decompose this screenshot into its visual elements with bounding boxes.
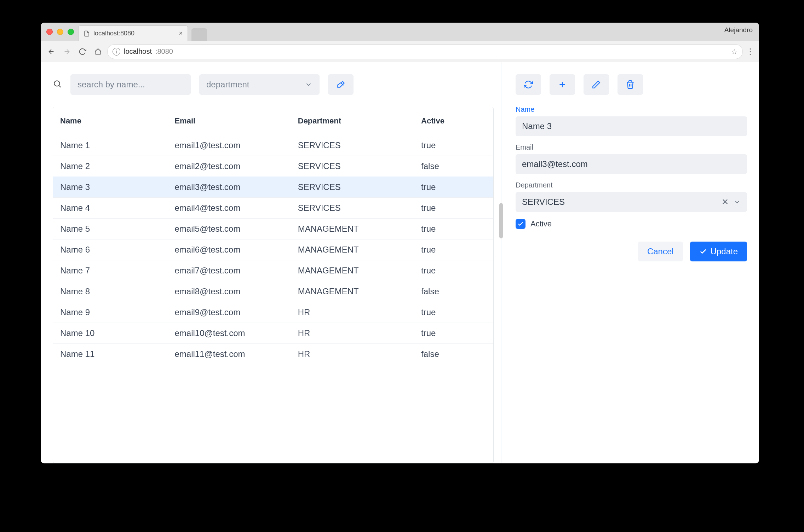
cell-email: email5@test.com	[167, 219, 291, 239]
cell-name: Name 4	[53, 198, 167, 219]
table-row[interactable]: Name 2email2@test.comSERVICESfalse	[53, 156, 493, 177]
email-label: Email	[516, 143, 747, 151]
table-row[interactable]: Name 11email11@test.comHRfalse	[53, 344, 493, 365]
col-name[interactable]: Name	[53, 107, 167, 135]
email-value: email3@test.com	[522, 159, 588, 169]
cell-active: true	[414, 260, 493, 281]
svg-point-2	[54, 81, 59, 86]
cell-department: MANAGEMENT	[291, 281, 414, 302]
department-label: Department	[516, 181, 747, 189]
scrollbar-thumb[interactable]	[499, 203, 503, 238]
cell-active: false	[414, 344, 493, 365]
form-buttons: Cancel Update	[516, 242, 747, 261]
close-window-button[interactable]	[46, 29, 53, 35]
edit-button[interactable]	[584, 74, 609, 95]
reload-icon	[79, 48, 86, 56]
table-row[interactable]: Name 4email4@test.comSERVICEStrue	[53, 198, 493, 219]
add-button[interactable]	[550, 74, 575, 95]
name-label: Name	[516, 105, 747, 114]
home-button[interactable]	[92, 45, 104, 58]
address-bar-row: i localhost:8080 ☆ ⋮	[41, 41, 759, 62]
department-filter[interactable]: department	[199, 74, 320, 95]
table-row[interactable]: Name 5email5@test.comMANAGEMENTtrue	[53, 219, 493, 239]
plus-icon	[558, 80, 567, 89]
cell-email: email3@test.com	[167, 177, 291, 198]
cell-active: true	[414, 219, 493, 239]
address-bar[interactable]: i localhost:8080 ☆	[107, 44, 743, 59]
url-port: :8080	[155, 47, 173, 56]
new-tab-button[interactable]	[191, 28, 207, 41]
email-field[interactable]: email3@test.com	[516, 154, 747, 174]
tab-title: localhost:8080	[93, 30, 134, 37]
col-department[interactable]: Department	[291, 107, 414, 135]
cell-name: Name 10	[53, 323, 167, 344]
arrow-right-icon	[63, 48, 71, 56]
home-icon	[94, 48, 102, 56]
clear-select-icon[interactable]: ✕	[722, 198, 729, 206]
cell-email: email11@test.com	[167, 344, 291, 365]
data-table: Name Email Department Active Name 1email…	[53, 107, 494, 463]
browser-tab[interactable]: localhost:8080 ×	[78, 25, 188, 41]
cell-department: SERVICES	[291, 198, 414, 219]
minimize-window-button[interactable]	[57, 29, 63, 35]
cell-department: SERVICES	[291, 177, 414, 198]
filter-toolbar: search by name... department	[53, 74, 494, 95]
cell-active: false	[414, 281, 493, 302]
check-icon	[699, 248, 707, 255]
department-value: SERVICES	[522, 197, 565, 207]
cell-active: true	[414, 302, 493, 323]
forward-button[interactable]	[61, 45, 73, 58]
window-controls	[45, 23, 78, 41]
active-checkbox-row: Active	[516, 219, 747, 229]
cell-department: SERVICES	[291, 135, 414, 156]
cell-email: email1@test.com	[167, 135, 291, 156]
eraser-icon	[336, 80, 345, 89]
cell-email: email8@test.com	[167, 281, 291, 302]
clear-filters-button[interactable]	[328, 74, 354, 95]
reload-button[interactable]	[76, 45, 89, 58]
cancel-button[interactable]: Cancel	[638, 242, 683, 261]
chevron-down-icon	[305, 81, 312, 88]
col-active[interactable]: Active	[414, 107, 493, 135]
maximize-window-button[interactable]	[68, 29, 74, 35]
browser-chrome: localhost:8080 × Alejandro i localhost:8…	[41, 23, 759, 62]
search-input[interactable]: search by name...	[70, 74, 191, 95]
browser-menu-button[interactable]: ⋮	[746, 47, 755, 56]
detail-panel: Name Name 3 Email email3@test.com Depart…	[501, 62, 759, 463]
table-row[interactable]: Name 1email1@test.comSERVICEStrue	[53, 135, 493, 156]
name-field[interactable]: Name 3	[516, 116, 747, 136]
close-tab-button[interactable]: ×	[179, 30, 183, 37]
browser-window: localhost:8080 × Alejandro i localhost:8…	[41, 23, 759, 463]
table-row[interactable]: Name 6email6@test.comMANAGEMENTtrue	[53, 239, 493, 260]
cell-active: true	[414, 239, 493, 260]
url-host: localhost	[124, 47, 152, 56]
profile-name[interactable]: Alejandro	[724, 26, 753, 34]
col-email[interactable]: Email	[167, 107, 291, 135]
back-button[interactable]	[45, 45, 58, 58]
cell-active: true	[414, 177, 493, 198]
table-row[interactable]: Name 7email7@test.comMANAGEMENTtrue	[53, 260, 493, 281]
cell-email: email2@test.com	[167, 156, 291, 177]
table-row[interactable]: Name 8email8@test.comMANAGEMENTfalse	[53, 281, 493, 302]
table-row[interactable]: Name 3email3@test.comSERVICEStrue	[53, 177, 493, 198]
delete-button[interactable]	[618, 74, 643, 95]
bookmark-star-icon[interactable]: ☆	[731, 47, 737, 56]
cell-name: Name 3	[53, 177, 167, 198]
active-checkbox[interactable]	[516, 219, 526, 229]
table-row[interactable]: Name 9email9@test.comHRtrue	[53, 302, 493, 323]
action-toolbar	[516, 74, 747, 95]
cell-name: Name 6	[53, 239, 167, 260]
site-info-icon[interactable]: i	[113, 48, 120, 56]
refresh-button[interactable]	[516, 74, 541, 95]
cell-email: email4@test.com	[167, 198, 291, 219]
update-label: Update	[711, 247, 738, 256]
department-field[interactable]: SERVICES ✕	[516, 192, 747, 212]
chevron-down-icon[interactable]	[734, 198, 741, 206]
update-button[interactable]: Update	[690, 242, 747, 261]
cell-name: Name 1	[53, 135, 167, 156]
cell-department: MANAGEMENT	[291, 260, 414, 281]
trash-icon	[626, 80, 635, 89]
pencil-icon	[592, 80, 601, 89]
cell-department: HR	[291, 344, 414, 365]
table-row[interactable]: Name 10email10@test.comHRtrue	[53, 323, 493, 344]
